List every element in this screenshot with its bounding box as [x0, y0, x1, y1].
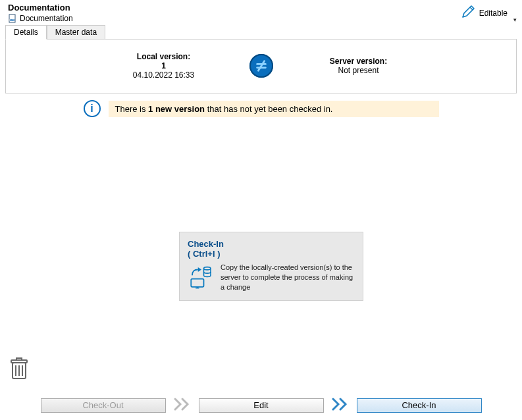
- tab-master-data[interactable]: Master data: [47, 25, 105, 39]
- page-title: Documentation: [8, 3, 73, 13]
- svg-point-11: [204, 267, 211, 270]
- upload-to-server-icon: [188, 263, 215, 292]
- svg-rect-7: [191, 279, 203, 287]
- document-icon: DOC: [8, 14, 17, 23]
- svg-marker-10: [198, 267, 201, 272]
- info-suffix: that has not yet been checked in.: [205, 104, 332, 114]
- info-message: There is 1 new version that has not yet …: [109, 101, 439, 117]
- delete-button[interactable]: [9, 357, 29, 382]
- chevron-right-icon: [172, 397, 192, 413]
- server-version-block: Server version: Not present: [313, 57, 405, 75]
- server-version-value: Not present: [313, 66, 405, 75]
- svg-text:DOC: DOC: [10, 19, 15, 22]
- svg-line-3: [470, 7, 473, 10]
- svg-line-6: [258, 61, 264, 71]
- server-version-label: Server version:: [313, 57, 405, 66]
- tab-details[interactable]: Details: [5, 25, 47, 39]
- check-in-tooltip: Check-In ( Ctrl+I ) Copy the locally-cre…: [179, 232, 363, 301]
- pencil-icon: [461, 4, 477, 22]
- svg-rect-17: [16, 358, 22, 360]
- editable-dropdown-icon[interactable]: ▾: [511, 16, 517, 23]
- edit-button[interactable]: Edit: [199, 398, 324, 413]
- page-subtitle: Documentation: [20, 14, 73, 23]
- not-equal-icon: [249, 54, 273, 78]
- local-version-value: 1: [118, 61, 210, 70]
- local-version-label: Local version:: [118, 52, 210, 61]
- chevron-right-icon: [330, 397, 350, 413]
- info-icon: i: [84, 100, 101, 117]
- tooltip-shortcut: ( Ctrl+I ): [188, 249, 355, 259]
- editable-label: Editable: [479, 9, 508, 18]
- info-prefix: There is: [115, 104, 149, 114]
- local-version-date: 04.10.2022 16:33: [118, 70, 210, 80]
- info-bold: 1 new version: [148, 104, 205, 114]
- tooltip-description: Copy the locally-created version(s) to t…: [221, 263, 355, 292]
- tooltip-title: Check-In: [188, 239, 355, 249]
- check-in-button[interactable]: Check-In: [357, 398, 482, 413]
- editable-toggle[interactable]: Editable: [457, 3, 511, 23]
- check-out-button: Check-Out: [41, 398, 166, 413]
- details-panel: Local version: 1 04.10.2022 16:33 Server…: [5, 39, 517, 93]
- local-version-block: Local version: 1 04.10.2022 16:33: [118, 52, 210, 80]
